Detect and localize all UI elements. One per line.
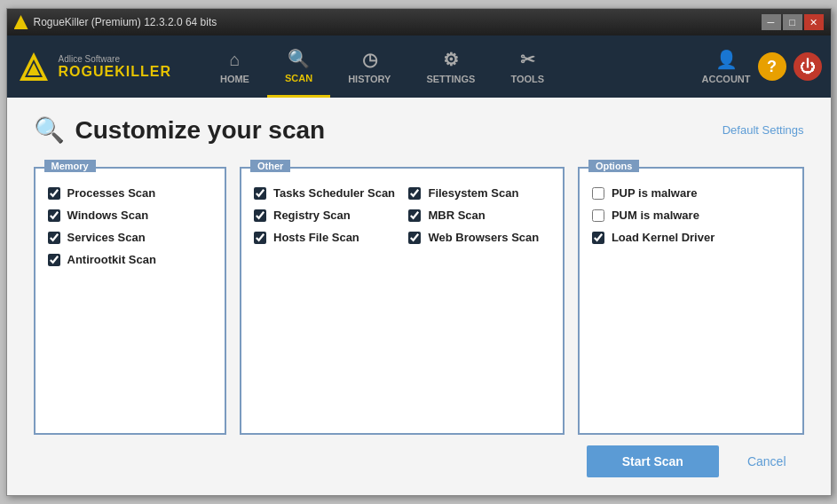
- window-controls: ─ □ ✕: [762, 14, 824, 30]
- tasks-option: Tasks Scheduler Scan: [254, 186, 395, 200]
- tools-icon: ✂: [520, 49, 535, 70]
- default-settings-link[interactable]: Default Settings: [723, 123, 804, 137]
- page-header: 🔍 Customize your scan Default Settings: [34, 115, 804, 145]
- pum-checkbox[interactable]: [592, 209, 604, 222]
- services-label[interactable]: Services Scan: [67, 231, 146, 244]
- browsers-label[interactable]: Web Browsers Scan: [428, 231, 539, 244]
- cancel-button[interactable]: Cancel: [730, 445, 804, 477]
- help-button[interactable]: ?: [758, 52, 786, 81]
- pup-checkbox[interactable]: [592, 187, 604, 200]
- options-list: PUP is malware PUM is malware Load Kerne…: [592, 186, 790, 244]
- other-group: Other Tasks Scheduler Scan Filesystem Sc…: [240, 167, 565, 435]
- account-label: ACCOUNT: [702, 74, 751, 84]
- nav-bar: Adlice Software ROGUEKILLER ⌂ HOME 🔍 SCA…: [7, 35, 831, 98]
- maximize-button[interactable]: □: [783, 14, 802, 30]
- settings-icon: ⚙: [443, 49, 459, 70]
- exit-button[interactable]: ⏻: [794, 52, 822, 81]
- browsers-option: Web Browsers Scan: [408, 231, 549, 244]
- options-group-label: Options: [588, 160, 640, 172]
- exit-icon: ⏻: [800, 58, 816, 76]
- registry-checkbox[interactable]: [254, 209, 266, 222]
- brand: Adlice Software ROGUEKILLER: [16, 49, 185, 84]
- brand-adlice: Adlice Software: [59, 54, 171, 64]
- browsers-checkbox[interactable]: [408, 232, 421, 244]
- other-group-label: Other: [250, 160, 290, 172]
- nav-history-label: HISTORY: [348, 74, 391, 84]
- antirootkit-checkbox[interactable]: [48, 254, 60, 266]
- filesystem-label[interactable]: Filesystem Scan: [428, 186, 518, 200]
- nav-home[interactable]: ⌂ HOME: [202, 35, 267, 98]
- content-area: 🔍 Customize your scan Default Settings M…: [7, 98, 831, 495]
- minimize-button[interactable]: ─: [762, 14, 781, 30]
- kernel-option: Load Kernel Driver: [592, 231, 790, 244]
- main-window: RogueKiller (Premium) 12.3.2.0 64 bits ─…: [6, 8, 832, 496]
- scan-icon: 🔍: [288, 48, 310, 69]
- filesystem-option: Filesystem Scan: [408, 186, 549, 200]
- tasks-label[interactable]: Tasks Scheduler Scan: [273, 186, 395, 200]
- brand-text: Adlice Software ROGUEKILLER: [59, 54, 171, 80]
- close-button[interactable]: ✕: [804, 14, 824, 30]
- registry-option: Registry Scan: [254, 209, 395, 222]
- nav-settings-label: SETTINGS: [426, 74, 475, 84]
- other-options: Tasks Scheduler Scan Filesystem Scan Reg…: [254, 186, 550, 244]
- page-search-icon: 🔍: [34, 115, 65, 145]
- title-bar: RogueKiller (Premium) 12.3.2.0 64 bits ─…: [7, 9, 831, 35]
- hosts-checkbox[interactable]: [254, 232, 266, 244]
- account-button[interactable]: 👤 ACCOUNT: [702, 49, 751, 84]
- filesystem-checkbox[interactable]: [408, 187, 421, 200]
- help-icon: ?: [767, 58, 777, 76]
- mbr-option: MBR Scan: [408, 209, 549, 222]
- antirootkit-label[interactable]: Antirootkit Scan: [67, 253, 156, 266]
- services-checkbox[interactable]: [48, 232, 60, 244]
- registry-label[interactable]: Registry Scan: [273, 209, 351, 222]
- nav-settings[interactable]: ⚙ SETTINGS: [408, 35, 493, 98]
- start-scan-button[interactable]: Start Scan: [587, 445, 719, 477]
- mbr-checkbox[interactable]: [408, 209, 421, 222]
- options-group: Options PUP is malware PUM is malware Lo…: [578, 167, 804, 435]
- windows-label[interactable]: Windows Scan: [67, 209, 149, 222]
- kernel-checkbox[interactable]: [592, 232, 604, 244]
- pum-option: PUM is malware: [592, 209, 790, 222]
- windows-option: Windows Scan: [48, 209, 213, 222]
- nav-tools[interactable]: ✂ TOOLS: [493, 35, 562, 98]
- tasks-checkbox[interactable]: [254, 187, 266, 200]
- nav-scan[interactable]: 🔍 SCAN: [267, 35, 330, 98]
- memory-group: Memory Processes Scan Windows Scan Servi…: [34, 167, 227, 435]
- windows-checkbox[interactable]: [48, 209, 60, 222]
- pup-option: PUP is malware: [592, 186, 790, 200]
- nav-tools-label: TOOLS: [510, 74, 544, 84]
- brand-logo: [16, 49, 51, 84]
- memory-group-label: Memory: [44, 160, 96, 172]
- app-icon: [14, 15, 28, 29]
- processes-checkbox[interactable]: [48, 187, 60, 200]
- hosts-option: Hosts File Scan: [254, 231, 395, 244]
- hosts-label[interactable]: Hosts File Scan: [273, 231, 359, 244]
- processes-option: Processes Scan: [48, 186, 213, 200]
- processes-label[interactable]: Processes Scan: [67, 186, 156, 200]
- page-title-group: 🔍 Customize your scan: [34, 115, 326, 145]
- kernel-label[interactable]: Load Kernel Driver: [612, 231, 715, 244]
- window-title: RogueKiller (Premium) 12.3.2.0 64 bits: [34, 16, 762, 28]
- pum-label[interactable]: PUM is malware: [612, 209, 699, 222]
- nav-home-label: HOME: [220, 74, 249, 84]
- services-option: Services Scan: [48, 231, 213, 244]
- footer: Start Scan Cancel: [34, 435, 804, 477]
- page-title: Customize your scan: [75, 116, 326, 145]
- scan-grid: Memory Processes Scan Windows Scan Servi…: [34, 167, 804, 435]
- nav-right: 👤 ACCOUNT ? ⏻: [702, 49, 822, 84]
- brand-name: ROGUEKILLER: [59, 64, 171, 80]
- memory-options: Processes Scan Windows Scan Services Sca…: [48, 186, 213, 266]
- nav-items: ⌂ HOME 🔍 SCAN ◷ HISTORY ⚙ SETTINGS ✂ TOO…: [202, 35, 702, 98]
- mbr-label[interactable]: MBR Scan: [428, 209, 485, 222]
- account-icon: 👤: [715, 49, 738, 70]
- nav-scan-label: SCAN: [285, 73, 312, 83]
- home-icon: ⌂: [229, 50, 240, 70]
- pup-label[interactable]: PUP is malware: [612, 186, 698, 200]
- nav-history[interactable]: ◷ HISTORY: [330, 35, 408, 98]
- antirootkit-option: Antirootkit Scan: [48, 253, 213, 266]
- history-icon: ◷: [362, 49, 377, 70]
